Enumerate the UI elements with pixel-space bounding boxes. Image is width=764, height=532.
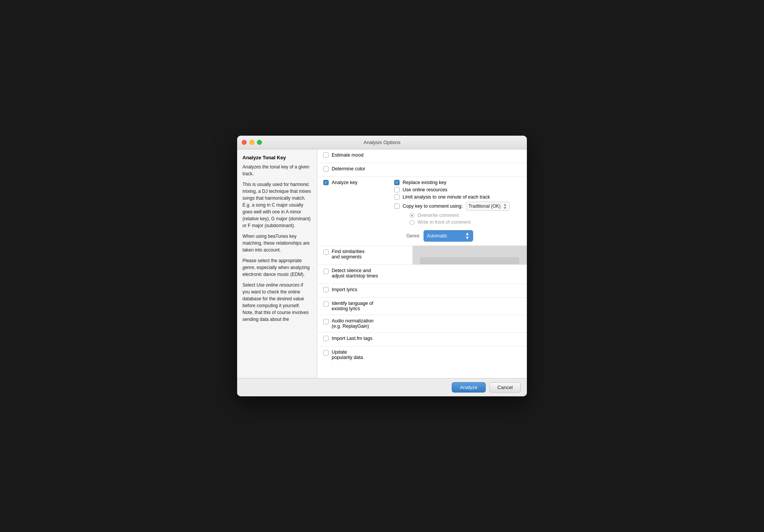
import-lastfm-row: Import Last.fm tags xyxy=(317,333,527,346)
cancel-button[interactable]: Cancel xyxy=(490,382,521,393)
detect-silence-row: Detect silence and adjust start/stop tim… xyxy=(317,265,527,284)
sidebar-para-2: This is usually used for harmonic mixing… xyxy=(242,181,311,229)
import-lyrics-checkbox[interactable] xyxy=(323,287,329,292)
analyze-key-right: Replace existing key Use online resource… xyxy=(394,180,521,242)
write-in-front-radio[interactable] xyxy=(409,220,414,225)
sidebar-para-5: Select Use online resources if you want … xyxy=(242,282,311,323)
detect-silence-label2: adjust start/stop times xyxy=(332,273,378,279)
key-format-select-wrapper[interactable]: Traditional (OK) Open Key Camelot ▲ ▼ xyxy=(466,202,510,211)
estimate-mood-label: Estimate mood xyxy=(332,152,363,158)
sidebar-para-1: Analyzes the tonal key of a given track. xyxy=(242,163,311,177)
sidebar-para-3: When using beaTunes key matching, these … xyxy=(242,233,311,253)
find-similarities-row: Find similarities and segments xyxy=(317,246,527,265)
window-body: Analyze Tonal Key Analyzes the tonal key… xyxy=(237,149,527,378)
overwrite-comment-label: Overwrite comment xyxy=(417,213,459,218)
genre-select-wrapper[interactable]: Automatic ▲ ▼ xyxy=(424,230,473,242)
determine-color-checkbox[interactable] xyxy=(323,166,329,171)
replace-key-label: Replace existing key xyxy=(403,180,446,185)
update-popularity-row: Update popularity data xyxy=(317,346,527,364)
replace-key-row: Replace existing key xyxy=(394,180,521,185)
genre-label: Genre: xyxy=(406,233,421,239)
estimate-mood-checkbox[interactable] xyxy=(323,152,329,158)
audio-normalization-label: Audio normalization xyxy=(332,318,374,324)
find-similarities-label: Find similarities xyxy=(332,249,364,254)
analyze-key-label: Analyze key xyxy=(332,180,357,185)
write-in-front-row: Write in front of comment xyxy=(409,220,521,225)
determine-color-row: Determine color xyxy=(317,163,527,177)
audio-normalization-checkbox[interactable] xyxy=(323,319,329,324)
use-online-row: Use online resources xyxy=(394,187,521,192)
use-online-checkbox[interactable] xyxy=(394,187,400,192)
update-popularity-label: Update xyxy=(332,349,363,355)
audio-normalization-row: Audio normalization (e.g. ReplayGain) xyxy=(317,315,527,333)
options-list: Estimate mood Determine color Analyze ke… xyxy=(317,149,527,378)
analyze-key-section: Analyze key Replace existing key Use onl… xyxy=(317,177,527,246)
detect-silence-checkbox[interactable] xyxy=(323,269,329,274)
main-content: Estimate mood Determine color Analyze ke… xyxy=(317,149,527,378)
analyze-key-left: Analyze key xyxy=(323,180,388,185)
use-online-label: Use online resources xyxy=(403,187,447,192)
radio-indent: Overwrite comment Write in front of comm… xyxy=(394,213,521,226)
sidebar: Analyze Tonal Key Analyzes the tonal key… xyxy=(237,149,317,378)
determine-color-label: Determine color xyxy=(332,166,365,171)
sidebar-para-4: Please select the appropriate genre, esp… xyxy=(242,257,311,278)
detect-silence-label: Detect silence and xyxy=(332,268,378,273)
window-controls xyxy=(242,140,262,145)
identify-language-checkbox[interactable] xyxy=(323,301,329,307)
identify-language-row: Identify language of existing lyrics xyxy=(317,298,527,315)
genre-row: Genre: Automatic ▲ ▼ xyxy=(394,228,521,242)
bottom-bar: Analyze Cancel xyxy=(237,378,527,396)
audio-normalization-label2: (e.g. ReplayGain) xyxy=(332,324,374,329)
copy-key-row: Copy key to comment using: Traditional (… xyxy=(394,202,521,211)
svg-rect-1 xyxy=(420,257,519,264)
identify-language-label2: existing lyrics xyxy=(332,306,373,311)
write-in-front-label: Write in front of comment xyxy=(417,220,470,225)
analyze-button[interactable]: Analyze xyxy=(452,382,485,393)
import-lastfm-label: Import Last.fm tags xyxy=(332,336,372,341)
update-popularity-label2: popularity data xyxy=(332,355,363,360)
title-bar: Analysis Options xyxy=(237,136,527,149)
identify-language-label: Identify language of xyxy=(332,301,373,306)
minimize-button[interactable] xyxy=(249,140,254,145)
copy-key-checkbox[interactable] xyxy=(394,204,400,209)
import-lyrics-label: Import lyrics xyxy=(332,287,357,292)
limit-analysis-checkbox[interactable] xyxy=(394,194,400,200)
find-similarities-label2: and segments xyxy=(332,254,364,260)
key-format-arrows: ▲ ▼ xyxy=(503,203,507,210)
maximize-button[interactable] xyxy=(257,140,262,145)
import-lyrics-row: Import lyrics xyxy=(317,284,527,298)
genre-value: Automatic xyxy=(427,233,447,239)
analyze-key-checkbox[interactable] xyxy=(323,180,329,185)
limit-analysis-row: Limit analysis to one minute of each tra… xyxy=(394,194,521,200)
replace-key-checkbox[interactable] xyxy=(394,180,400,185)
overwrite-comment-radio[interactable] xyxy=(409,213,414,218)
update-popularity-checkbox[interactable] xyxy=(323,350,329,356)
genre-arrows: ▲ ▼ xyxy=(465,232,470,240)
key-format-select[interactable]: Traditional (OK) Open Key Camelot xyxy=(469,204,502,209)
window-title: Analysis Options xyxy=(364,139,401,145)
find-similarities-checkbox[interactable] xyxy=(323,250,329,255)
estimate-mood-row: Estimate mood xyxy=(317,149,527,163)
overwrite-comment-row: Overwrite comment xyxy=(409,213,521,218)
copy-key-label: Copy key to comment using: xyxy=(403,204,463,209)
limit-analysis-label: Limit analysis to one minute of each tra… xyxy=(403,194,490,200)
close-button[interactable] xyxy=(242,140,247,145)
main-window: Analysis Options Analyze Tonal Key Analy… xyxy=(237,136,527,396)
sidebar-heading: Analyze Tonal Key xyxy=(242,155,311,160)
sidebar-description: Analyzes the tonal key of a given track.… xyxy=(242,163,311,323)
import-lastfm-checkbox[interactable] xyxy=(323,336,329,341)
